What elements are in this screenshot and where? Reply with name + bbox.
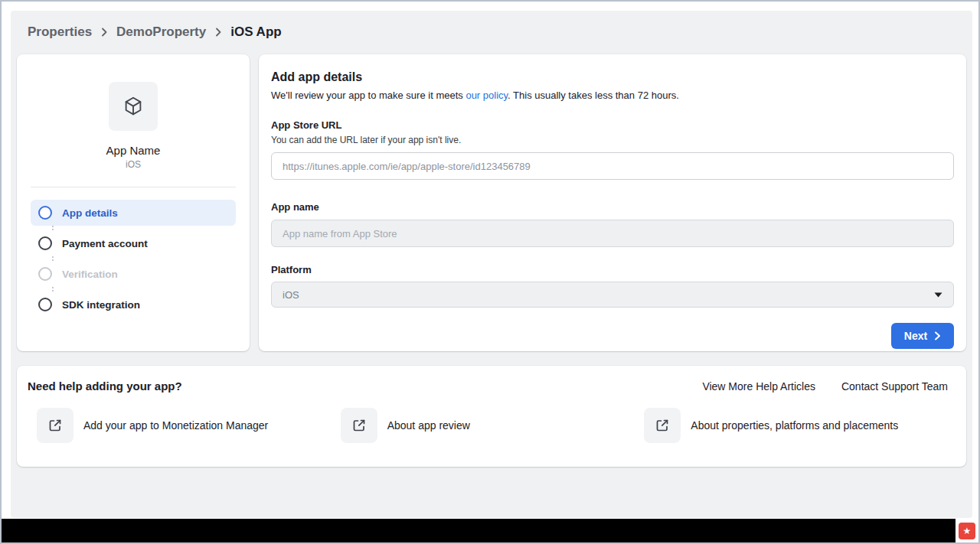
help-links: View More Help Articles Contact Support …: [702, 380, 948, 393]
wizard-steps: App details Payment account Verification: [17, 187, 250, 318]
step-sdk-integration[interactable]: SDK integration: [31, 292, 236, 318]
contact-support-team-link[interactable]: Contact Support Team: [841, 380, 948, 393]
app-name-label: App Name: [106, 144, 161, 157]
app-store-url-helper: You can add the URL later if your app is…: [271, 135, 954, 145]
next-button[interactable]: Next: [891, 323, 954, 349]
step-circle-icon: [38, 267, 52, 281]
app-name-input: [271, 220, 954, 247]
external-link-icon: [655, 418, 670, 433]
platform-field-label: Platform: [271, 264, 954, 275]
intro-text-before: We'll review your app to make sure it me…: [271, 90, 466, 101]
page-title: Add app details: [271, 70, 954, 84]
external-link-icon: [351, 418, 367, 433]
caret-down-icon: [934, 292, 942, 298]
step-label: Payment account: [62, 238, 148, 249]
help-article-label: About properties, platforms and placemen…: [691, 419, 898, 432]
intro-text-after: . This usually takes less than 72 hours.: [508, 90, 679, 101]
step-circle-icon: [38, 298, 52, 311]
app-icon-placeholder: [109, 82, 158, 131]
package-box-icon: [122, 95, 145, 118]
app-setup-wizard-card: App Name iOS App details Payment account: [17, 54, 250, 351]
bottom-strip: ★: [2, 519, 978, 542]
breadcrumb-ios-app: iOS App: [230, 24, 281, 40]
step-verification: Verification: [31, 261, 236, 287]
step-label: Verification: [62, 269, 118, 280]
step-label: App details: [62, 207, 118, 219]
icon-box: [37, 408, 74, 443]
step-circle-icon: [38, 236, 52, 250]
step-payment-account[interactable]: Payment account: [31, 230, 236, 256]
star-icon: ★: [963, 526, 972, 536]
add-app-details-card: Add app details We'll review your app to…: [259, 54, 966, 351]
help-panel-title: Need help adding your app?: [28, 379, 182, 393]
step-app-details[interactable]: App details: [31, 200, 236, 226]
external-link-icon: [47, 418, 63, 433]
next-button-label: Next: [904, 330, 927, 342]
app-name-field-label: App name: [271, 201, 954, 213]
step-label: SDK integration: [62, 299, 140, 311]
taskbar: [2, 519, 956, 542]
help-article-properties-platforms[interactable]: About properties, platforms and placemen…: [644, 408, 948, 443]
step-circle-icon: [38, 206, 52, 220]
review-intro-text: We'll review your app to make sure it me…: [271, 90, 954, 101]
chevron-right-icon: [100, 27, 109, 37]
help-article-app-review[interactable]: About app review: [341, 408, 645, 443]
app-store-url-input[interactable]: [271, 152, 954, 180]
icon-box: [341, 408, 377, 443]
help-article-label: Add your app to Monetization Manager: [83, 419, 268, 432]
breadcrumb-properties[interactable]: Properties: [28, 24, 92, 40]
app-platform-label: iOS: [126, 159, 141, 170]
badge-cell: ★: [956, 519, 978, 542]
help-article-monetization-manager[interactable]: Add your app to Monetization Manager: [37, 408, 341, 443]
chevron-right-icon: [214, 27, 223, 37]
breadcrumb-demo-property[interactable]: DemoProperty: [116, 24, 206, 40]
icon-box: [644, 408, 681, 443]
chevron-right-icon: [934, 331, 941, 340]
view-more-help-articles-link[interactable]: View More Help Articles: [702, 380, 815, 393]
our-policy-link[interactable]: our policy: [466, 90, 508, 101]
help-articles: Add your app to Monetization Manager Abo…: [28, 408, 948, 443]
app-window: Properties DemoProperty iOS App: [0, 0, 980, 544]
platform-select-value: iOS: [283, 289, 299, 301]
help-article-label: About app review: [387, 419, 470, 432]
help-panel: Need help adding your app? View More Hel…: [17, 366, 966, 467]
breadcrumb: Properties DemoProperty iOS App: [17, 11, 966, 40]
extension-star-badge[interactable]: ★: [959, 523, 975, 539]
app-store-url-label: App Store URL: [271, 119, 954, 131]
monetization-manager-surface: Properties DemoProperty iOS App: [11, 11, 972, 518]
platform-select: iOS: [271, 282, 954, 308]
